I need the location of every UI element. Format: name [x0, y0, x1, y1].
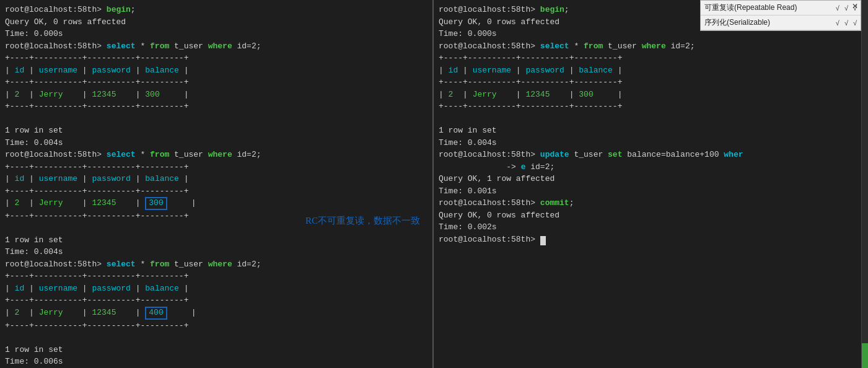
right-terminal: 可重复读(Repeatable Read) √ √ √ 序列化(Serializ… — [434, 0, 861, 368]
r-line-18: Time: 0.002s — [439, 221, 856, 234]
line-26: 1 row in set — [5, 344, 427, 356]
r-line-9: +----+----------+----------+---------+ — [439, 100, 856, 113]
line-16: | 2 | Jerry | 12345 | 300 | — [5, 197, 427, 210]
line-14: | id | username | password | balance | — [5, 173, 427, 185]
check5: √ — [844, 19, 848, 27]
line-7: +----+----------+----------+---------+ — [5, 76, 427, 89]
popup-label-repeatable: 可重复读(Repeatable Read) — [704, 2, 836, 13]
r-line-10: 1 row in set — [439, 125, 856, 137]
line-4: root@localhost:58th> select * from t_use… — [5, 40, 427, 53]
r-line-11: Time: 0.004s — [439, 137, 856, 149]
r-line-19: root@localhost:58th> — [439, 234, 856, 246]
line-3: Time: 0.000s — [5, 28, 427, 40]
isolation-popup: 可重复读(Repeatable Read) √ √ √ 序列化(Serializ… — [700, 0, 861, 31]
r-line-17: Query OK, 0 rows affected — [439, 209, 856, 222]
check6: √ — [853, 19, 857, 27]
line-9: +----+----------+----------+---------+ — [5, 100, 427, 113]
popup-checks-serializable: √ √ √ — [836, 19, 857, 27]
left-terminal: root@localhost:58th> begin; Query OK, 0 … — [0, 0, 434, 368]
popup-label-serializable: 序列化(Serializable) — [704, 17, 836, 28]
boxed-300: 300 — [145, 197, 167, 210]
check4: √ — [836, 19, 840, 27]
line-blank3 — [5, 331, 427, 344]
line-1: root@localhost:58th> begin; — [5, 4, 427, 16]
annotation-text: RC不可重复读，数据不一致 — [305, 214, 420, 228]
line-blank1 — [5, 113, 427, 125]
cursor-right — [540, 236, 546, 245]
line-12: root@localhost:58th> select * from t_use… — [5, 149, 427, 161]
scrollbar[interactable] — [861, 0, 868, 368]
popup-row-serializable: 序列化(Serializable) √ √ √ — [701, 15, 861, 30]
r-line-4: root@localhost:58th> select * from t_use… — [439, 40, 856, 53]
line-8: | 2 | Jerry | 12345 | 300 | — [5, 89, 427, 101]
line-5: +----+----------+----------+---------+ — [5, 52, 427, 64]
line-22: | id | username | password | balance | — [5, 283, 427, 295]
r-line-8: | 2 | Jerry | 12345 | 300 | — [439, 89, 856, 101]
line-23: +----+----------+----------+---------+ — [5, 294, 427, 307]
r-blank1 — [439, 113, 856, 125]
r-line-7: +----+----------+----------+---------+ — [439, 76, 856, 89]
line-25: +----+----------+----------+---------+ — [5, 320, 427, 332]
check1: √ — [836, 4, 840, 12]
r-line-6: | id | username | password | balance | — [439, 64, 856, 77]
r-line-16: root@localhost:58th> commit; — [439, 197, 856, 209]
scrollbar-thumb[interactable] — [862, 343, 868, 368]
check2: √ — [844, 4, 848, 12]
line-11: Time: 0.004s — [5, 137, 427, 149]
line-2: Query OK, 0 rows affected — [5, 16, 427, 28]
r-line-14: Query OK, 1 row affected — [439, 173, 856, 185]
line-13: +----+----------+----------+---------+ — [5, 161, 427, 173]
line-19: Time: 0.004s — [5, 246, 427, 258]
line-20: root@localhost:58th> select * from t_use… — [5, 258, 427, 271]
popup-row-repeatable: 可重复读(Repeatable Read) √ √ √ — [701, 1, 861, 15]
line-24: | 2 | Jerry | 12345 | 400 | — [5, 307, 427, 320]
popup-close-button[interactable]: ✕ — [852, 2, 858, 11]
line-6: | id | username | password | balance | — [5, 64, 427, 77]
r-line-13: -> e id=2; — [439, 161, 856, 173]
r-line-15: Time: 0.001s — [439, 185, 856, 198]
line-15: +----+----------+----------+---------+ — [5, 185, 427, 198]
r-line-12: root@localhost:58th> update t_user set b… — [439, 149, 856, 161]
line-10: 1 row in set — [5, 125, 427, 137]
line-18: 1 row in set — [5, 234, 427, 247]
line-27: Time: 0.006s — [5, 356, 427, 368]
line-21: +----+----------+----------+---------+ — [5, 270, 427, 283]
r-line-5: +----+----------+----------+---------+ — [439, 52, 856, 64]
boxed-400: 400 — [145, 307, 167, 320]
